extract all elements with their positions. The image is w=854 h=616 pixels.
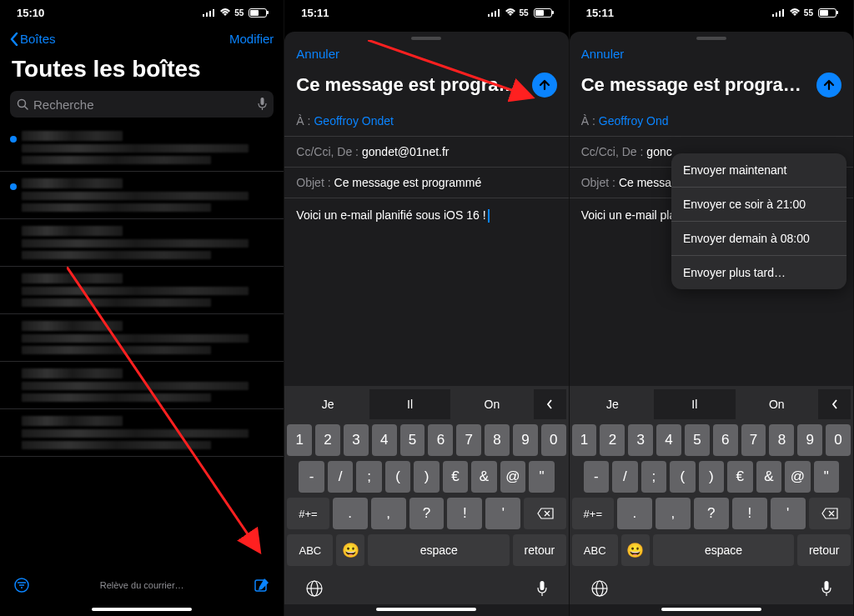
key[interactable]: 3 bbox=[344, 424, 369, 456]
edit-button[interactable]: Modifier bbox=[229, 32, 274, 46]
globe-icon[interactable] bbox=[305, 579, 324, 598]
key[interactable]: . bbox=[617, 498, 652, 529]
key[interactable]: ) bbox=[699, 461, 724, 493]
key-emoji[interactable]: 😀 bbox=[336, 534, 364, 566]
key[interactable]: & bbox=[471, 461, 496, 493]
key[interactable]: & bbox=[756, 461, 781, 493]
key[interactable]: ' bbox=[771, 498, 806, 529]
sheet-grabber[interactable] bbox=[696, 37, 726, 40]
key[interactable]: 5 bbox=[400, 424, 425, 456]
key[interactable]: 7 bbox=[456, 424, 481, 456]
subject-field[interactable]: Objet :Ce message est programmé bbox=[284, 168, 568, 198]
mic-icon[interactable] bbox=[258, 98, 267, 111]
key[interactable]: ; bbox=[641, 461, 666, 493]
key[interactable]: 8 bbox=[769, 424, 794, 456]
key[interactable]: 1 bbox=[287, 424, 312, 456]
key[interactable]: " bbox=[529, 461, 554, 493]
menu-send-now[interactable]: Envoyer maintenant bbox=[671, 153, 846, 188]
key[interactable]: / bbox=[612, 461, 637, 493]
suggestion[interactable]: On bbox=[451, 389, 532, 419]
key[interactable]: ( bbox=[385, 461, 410, 493]
key[interactable]: 8 bbox=[485, 424, 510, 456]
key[interactable]: ' bbox=[485, 498, 520, 529]
key[interactable]: , bbox=[656, 498, 691, 529]
key[interactable]: ; bbox=[356, 461, 381, 493]
key[interactable]: @ bbox=[500, 461, 525, 493]
suggestion[interactable]: On bbox=[736, 389, 817, 419]
key-altshift[interactable]: #+= bbox=[572, 498, 614, 529]
key[interactable]: 6 bbox=[713, 424, 738, 456]
key[interactable]: . bbox=[333, 498, 368, 529]
key-return[interactable]: retour bbox=[797, 534, 851, 566]
key[interactable]: - bbox=[584, 461, 609, 493]
key[interactable]: 7 bbox=[741, 424, 766, 456]
key-space[interactable]: espace bbox=[368, 534, 510, 566]
mail-item[interactable] bbox=[0, 409, 284, 457]
globe-icon[interactable] bbox=[590, 579, 609, 598]
key[interactable]: 2 bbox=[315, 424, 340, 456]
mic-icon[interactable] bbox=[821, 580, 832, 597]
key[interactable]: 5 bbox=[685, 424, 710, 456]
key[interactable]: 9 bbox=[797, 424, 822, 456]
suggestion[interactable]: Je bbox=[287, 389, 368, 419]
key[interactable]: € bbox=[727, 461, 752, 493]
email-body[interactable]: Voici un e-mail planifié sous iOS 16 ! bbox=[284, 198, 568, 386]
key-return[interactable]: retour bbox=[513, 534, 566, 566]
cancel-button[interactable]: Annuler bbox=[581, 47, 625, 61]
menu-send-tomorrow[interactable]: Envoyer demain à 08:00 bbox=[671, 222, 846, 256]
key-backspace[interactable] bbox=[809, 498, 851, 529]
to-recipient[interactable]: Geoffroy Ondet bbox=[314, 114, 393, 128]
send-button[interactable] bbox=[816, 73, 841, 98]
cc-field[interactable]: Cc/Cci, De :gondet@01net.fr bbox=[284, 137, 568, 168]
key[interactable]: 0 bbox=[826, 424, 851, 456]
key[interactable]: ? bbox=[409, 498, 445, 529]
mail-item[interactable] bbox=[0, 314, 284, 362]
key[interactable]: ! bbox=[447, 498, 482, 529]
key-space[interactable]: espace bbox=[653, 534, 795, 566]
key[interactable]: 4 bbox=[372, 424, 397, 456]
menu-send-later[interactable]: Envoyer plus tard… bbox=[671, 256, 846, 289]
suggestion[interactable]: Il bbox=[654, 389, 735, 419]
key[interactable]: 4 bbox=[656, 424, 681, 456]
suggestion[interactable]: Il bbox=[369, 389, 450, 419]
mail-item[interactable] bbox=[0, 124, 284, 172]
to-field[interactable]: À :Geoffroy Ondet bbox=[284, 106, 568, 137]
search-input[interactable]: Recherche bbox=[10, 91, 274, 118]
key[interactable]: ! bbox=[732, 498, 767, 529]
mic-icon[interactable] bbox=[536, 580, 548, 597]
key[interactable]: 6 bbox=[428, 424, 453, 456]
key[interactable]: 1 bbox=[572, 424, 597, 456]
key[interactable]: ? bbox=[694, 498, 729, 529]
key-backspace[interactable] bbox=[524, 498, 565, 529]
cancel-button[interactable]: Annuler bbox=[296, 47, 339, 61]
key[interactable]: € bbox=[443, 461, 468, 493]
back-button[interactable]: Boîtes bbox=[10, 32, 56, 46]
key[interactable]: 2 bbox=[600, 424, 625, 456]
mail-item[interactable] bbox=[0, 362, 284, 409]
mail-item[interactable] bbox=[0, 219, 284, 267]
key[interactable]: 3 bbox=[628, 424, 653, 456]
suggestion[interactable]: Je bbox=[572, 389, 653, 419]
key[interactable]: / bbox=[328, 461, 353, 493]
mail-list[interactable] bbox=[0, 124, 284, 566]
key[interactable]: 9 bbox=[513, 424, 538, 456]
suggestion-collapse[interactable] bbox=[534, 389, 566, 419]
key[interactable]: - bbox=[299, 461, 324, 493]
send-button[interactable] bbox=[532, 73, 557, 98]
key[interactable]: " bbox=[814, 461, 839, 493]
key[interactable]: @ bbox=[785, 461, 810, 493]
sheet-grabber[interactable] bbox=[411, 37, 441, 40]
key-abc[interactable]: ABC bbox=[572, 534, 618, 566]
compose-icon[interactable] bbox=[254, 577, 270, 593]
key[interactable]: , bbox=[371, 498, 406, 529]
key[interactable]: ( bbox=[670, 461, 695, 493]
key-altshift[interactable]: #+= bbox=[287, 498, 329, 529]
key-emoji[interactable]: 😀 bbox=[621, 534, 650, 566]
to-field[interactable]: À :Geoffroy Ond bbox=[570, 106, 853, 137]
to-recipient[interactable]: Geoffroy Ond bbox=[599, 114, 669, 128]
mail-item[interactable] bbox=[0, 267, 284, 314]
mail-item[interactable] bbox=[0, 172, 284, 219]
key-abc[interactable]: ABC bbox=[287, 534, 333, 566]
key[interactable]: ) bbox=[414, 461, 439, 493]
suggestion-collapse[interactable] bbox=[818, 389, 851, 419]
